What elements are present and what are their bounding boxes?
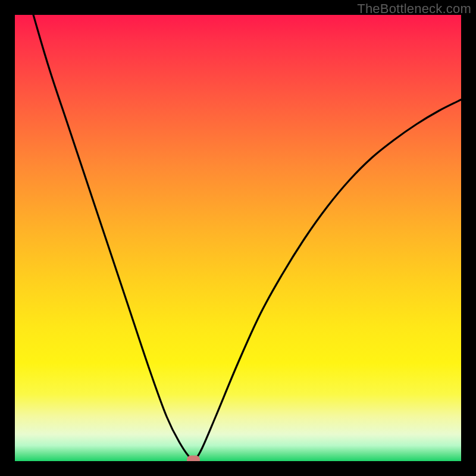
- chart-frame: TheBottleneck.com: [0, 0, 476, 476]
- watermark-text: TheBottleneck.com: [357, 1, 471, 17]
- bottleneck-curve: [15, 15, 461, 461]
- optimum-marker: [187, 455, 200, 461]
- plot-area: [15, 15, 461, 461]
